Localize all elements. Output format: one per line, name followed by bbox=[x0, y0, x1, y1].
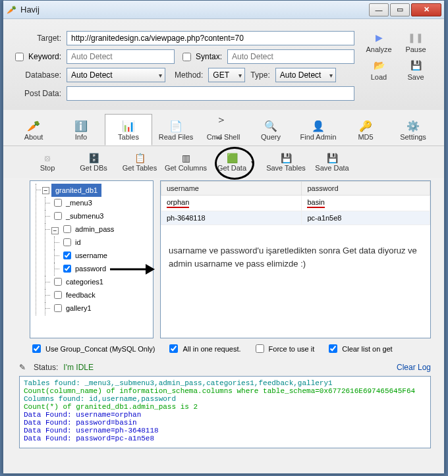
about-icon: 🥕 bbox=[26, 119, 41, 133]
keyword-label: Keyword: bbox=[28, 52, 61, 61]
chk-clearlist[interactable] bbox=[329, 344, 337, 353]
table-row[interactable]: ph-3648118 pc-a1n5e8 bbox=[161, 211, 430, 225]
log-line: Tables found: _menu3,_submenu3,admin_pas… bbox=[24, 379, 426, 387]
tab-query[interactable]: 🔍Query bbox=[247, 114, 294, 145]
tree-item[interactable]: _menu3 bbox=[66, 197, 92, 209]
type-select[interactable]: Auto Detect bbox=[275, 68, 336, 82]
cell-password: basin bbox=[307, 198, 324, 208]
tree-item[interactable]: username bbox=[75, 250, 107, 261]
window-title: Havij bbox=[20, 5, 369, 14]
target-input[interactable] bbox=[67, 31, 354, 45]
tables-subtoolbar: ⦻Stop 🗄️Get DBs 📋Get Tables ▥Get Columns… bbox=[3, 146, 444, 178]
app-icon: 🥕 bbox=[6, 5, 16, 15]
tree-item[interactable]: password bbox=[75, 263, 106, 275]
db-tree[interactable]: −granited_db1 _menu3 _submenu3 −admin_pa… bbox=[30, 180, 154, 338]
expander-icon[interactable]: − bbox=[51, 227, 59, 234]
load-button[interactable]: 📂 Load bbox=[364, 59, 393, 81]
status-value: I'm IDLE bbox=[63, 363, 94, 372]
table-row[interactable]: orphan basin bbox=[161, 196, 430, 211]
query-icon: 🔍 bbox=[264, 119, 278, 133]
save-tables-button[interactable]: 💾Save Tables bbox=[263, 147, 309, 176]
tables-icon: 📊 bbox=[121, 119, 136, 133]
get-columns-button[interactable]: ▥Get Columns bbox=[163, 147, 209, 176]
tab-cmdshell[interactable]: ＞_Cmd Shell bbox=[200, 114, 247, 145]
log-line: Data Found: username=orphan bbox=[24, 411, 426, 419]
tree-chk-menu3[interactable] bbox=[54, 199, 62, 207]
target-form: Target: Keyword: Syntax: Da bbox=[3, 19, 444, 110]
opt-label: All in one request. bbox=[182, 345, 240, 353]
tab-md5[interactable]: 🔑MD5 bbox=[342, 114, 389, 145]
pause-button[interactable]: ❚❚ Pause bbox=[401, 31, 430, 53]
chk-allinone[interactable] bbox=[169, 344, 178, 353]
close-button[interactable]: ✕ bbox=[411, 3, 441, 16]
keyword-input[interactable] bbox=[67, 49, 175, 64]
chk-force[interactable] bbox=[256, 344, 264, 353]
keyword-checkbox[interactable] bbox=[15, 53, 24, 61]
col-password[interactable]: password bbox=[302, 182, 430, 196]
tree-item[interactable]: gallery1 bbox=[66, 302, 92, 314]
pencil-icon: ✎ bbox=[19, 363, 28, 372]
titlebar[interactable]: 🥕 Havij — ▭ ✕ bbox=[3, 1, 444, 19]
type-label: Type: bbox=[250, 70, 269, 80]
clear-log-link[interactable]: Clear Log bbox=[397, 363, 431, 372]
tab-info[interactable]: ℹ️Info bbox=[57, 114, 105, 145]
tree-item[interactable]: id bbox=[75, 236, 81, 248]
get-tables-button[interactable]: 📋Get Tables bbox=[117, 147, 163, 176]
tree-chk-gallery1[interactable] bbox=[54, 304, 62, 312]
tree-chk-id[interactable] bbox=[63, 238, 71, 246]
expander-icon[interactable]: − bbox=[42, 187, 49, 194]
get-data-button[interactable]: 🟩Get Data bbox=[209, 147, 255, 176]
tab-readfiles[interactable]: 📄Read Files bbox=[152, 114, 200, 145]
tree-item[interactable]: feedback bbox=[66, 289, 96, 301]
tab-settings[interactable]: ⚙️Settings bbox=[389, 114, 437, 145]
app-window: 🥕 Havij — ▭ ✕ Target: Keyword: bbox=[3, 0, 445, 474]
opt-label: Clear list on get bbox=[342, 345, 392, 353]
get-dbs-button[interactable]: 🗄️Get DBs bbox=[70, 147, 117, 176]
data-grid[interactable]: username password orphan basin ph-364811… bbox=[161, 181, 430, 225]
tree-item[interactable]: _submenu3 bbox=[66, 210, 104, 222]
log-line: Count(column_name) of information_schema… bbox=[24, 387, 426, 395]
data-icon: 🟩 bbox=[226, 152, 238, 164]
postdata-input[interactable] bbox=[67, 86, 354, 101]
tree-chk-password[interactable] bbox=[63, 265, 71, 273]
cell-password: pc-a1n5e8 bbox=[302, 211, 430, 225]
opt-label: Use Group_Concat (MySQL Only) bbox=[45, 345, 155, 353]
key-icon: 🔑 bbox=[358, 119, 373, 133]
status-label: Status: bbox=[34, 363, 58, 372]
syntax-checkbox[interactable] bbox=[182, 53, 191, 61]
shell-icon: ＞_ bbox=[216, 119, 231, 133]
stop-icon: ⦻ bbox=[42, 152, 53, 164]
tree-chk-adminpass[interactable] bbox=[63, 225, 71, 233]
cell-username: ph-3648118 bbox=[161, 211, 302, 225]
save-button[interactable]: 💾 Save bbox=[401, 59, 430, 81]
database-select[interactable]: Auto Detect bbox=[67, 68, 165, 82]
tab-tables[interactable]: 📊Tables bbox=[105, 114, 152, 145]
options-row: Use Group_Concat (MySQL Only) All in one… bbox=[3, 338, 444, 360]
log-line: Data Found: username=ph-3648118 bbox=[24, 427, 426, 435]
table-icon: 📋 bbox=[134, 152, 146, 164]
method-select[interactable]: GET bbox=[208, 68, 245, 82]
postdata-label: Post Data: bbox=[16, 89, 61, 98]
tab-about[interactable]: 🥕About bbox=[10, 114, 57, 145]
tree-item[interactable]: categories1 bbox=[66, 276, 103, 288]
log-panel[interactable]: Tables found: _menu3,_submenu3,admin_pas… bbox=[19, 376, 431, 448]
analyze-button[interactable]: ▶ Analyze bbox=[364, 31, 393, 53]
syntax-input[interactable] bbox=[227, 49, 354, 64]
chk-group-concat[interactable] bbox=[32, 344, 41, 353]
save-data-button[interactable]: 💾Save Data bbox=[309, 147, 355, 176]
maximize-button[interactable]: ▭ bbox=[390, 3, 410, 16]
tree-chk-submenu3[interactable] bbox=[54, 212, 62, 220]
tree-chk-categories1[interactable] bbox=[54, 278, 62, 286]
tree-chk-feedback[interactable] bbox=[54, 291, 62, 299]
col-username[interactable]: username bbox=[161, 182, 302, 196]
tree-root[interactable]: granited_db1 bbox=[51, 184, 101, 197]
tab-findadmin[interactable]: 👤Find Admin bbox=[294, 114, 342, 145]
target-label: Target: bbox=[16, 34, 61, 43]
file-icon: 📄 bbox=[169, 119, 183, 133]
log-line: Data Found: password=basin bbox=[24, 419, 426, 427]
tree-chk-username[interactable] bbox=[63, 251, 71, 259]
minimize-button[interactable]: — bbox=[369, 3, 389, 16]
stop-button[interactable]: ⦻Stop bbox=[24, 147, 70, 176]
tree-item[interactable]: admin_pass bbox=[75, 223, 114, 235]
db-icon: 🗄️ bbox=[88, 152, 99, 164]
